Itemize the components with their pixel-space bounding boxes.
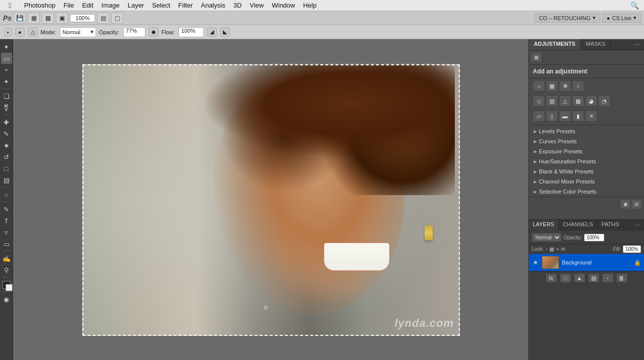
table-row[interactable]: ★ Background 🔒 [529,254,644,271]
mini-bridge-button[interactable]: ▩ [42,13,54,24]
new-layer-button[interactable]: ▫ [602,274,613,283]
threshold-icon[interactable]: ▮ [572,111,584,122]
cs-live-button[interactable]: ● CS Live ▾ [602,13,641,23]
layer-name[interactable]: Background [562,259,631,265]
quick-select-tool[interactable]: ✦ [1,76,12,87]
vibrance-icon[interactable]: ◇ [533,96,545,107]
save-button[interactable]: 💾 [14,13,26,24]
menu-3d[interactable]: 3D [229,1,246,10]
search-icon[interactable]: 🔍 [625,1,644,11]
gradient-tool[interactable]: ▤ [1,174,12,186]
adj-expand-icon[interactable]: ▤ [631,199,642,209]
menu-view[interactable]: View [246,1,268,10]
path-selection-tool[interactable]: ▿ [1,227,12,238]
canvas-area[interactable]: lynda.com [13,39,528,360]
layers-close-button[interactable]: — [630,220,644,231]
levels-icon[interactable]: ▩ [546,80,558,92]
new-group-button[interactable]: ▤ [588,274,599,283]
apple-logo[interactable]:  [0,1,20,10]
rectangular-marquee-tool[interactable]: ▭ [1,53,12,64]
clone-stamp-tool[interactable]: ★ [1,140,12,151]
lock-pixels-icon[interactable]: ▫ [546,246,548,252]
tab-paths[interactable]: PATHS [598,220,624,231]
tab-layers[interactable]: LAYERS [529,220,559,231]
foreground-color-swatch[interactable] [3,281,11,289]
zoom-tool[interactable]: ⚲ [1,264,12,276]
invert-icon[interactable]: ▯ [546,111,558,122]
pen-tool[interactable]: ✎ [1,204,12,215]
menu-image[interactable]: Image [98,1,124,10]
menu-edit[interactable]: Edit [78,1,97,10]
move-tool[interactable]: ✦ [1,41,12,52]
hue-sat-presets[interactable]: ▶ Hue/Saturation Presets [529,156,644,166]
menu-layer[interactable]: Layer [124,1,148,10]
delete-layer-button[interactable]: 🗑 [616,274,627,283]
brush-tool[interactable]: ✎ [1,128,12,139]
dodge-tool[interactable]: ○ [1,189,12,200]
menu-filter[interactable]: Filter [174,1,197,10]
spot-healing-tool[interactable]: ✚ [1,117,12,128]
adjustments-close-button[interactable]: — [630,39,644,50]
menu-photoshop[interactable]: Photoshop [20,1,59,10]
view-extras-button[interactable]: ▣ [56,13,68,24]
lock-all-icon[interactable]: + [556,246,559,252]
quick-mask-button[interactable]: ◉ [1,294,12,305]
brightness-contrast-icon[interactable]: ☼ [533,80,545,92]
levels-presets[interactable]: ▶ Levels Presets [529,126,644,136]
hand-tool[interactable]: ✍ [1,253,12,264]
fill-value[interactable]: 100% [623,245,641,253]
eraser-tool[interactable]: □ [1,163,12,174]
screen-mode-button[interactable]: ▢ [111,13,123,24]
crop-tool[interactable]: ❏ [1,91,12,102]
opacity-value[interactable]: 100% [584,234,604,241]
tab-adjustments[interactable]: ADJUSTMENTS [529,39,581,50]
channel-mixer-presets[interactable]: ▶ Channel Mixer Presets [529,176,644,187]
menu-window[interactable]: Window [268,1,299,10]
selective-color-presets[interactable]: ▶ Selective Color Presets [529,187,644,197]
channel-mixer-icon[interactable]: ◔ [598,96,610,107]
lasso-tool[interactable]: ⚬ [1,64,12,75]
exposure-icon[interactable]: ○ [572,80,584,92]
workspace-button[interactable]: CO – RETOUCHING ▾ [534,13,600,23]
menu-select[interactable]: Select [148,1,174,10]
layer-fx-button[interactable]: fx [546,274,557,283]
opacity-jitter-button[interactable]: ◆ [148,27,158,37]
airbrush-button[interactable]: ◢ [207,27,217,37]
tab-channels[interactable]: CHANNELS [559,220,598,231]
tab-masks[interactable]: MASKS [581,39,611,50]
lock-button[interactable]: ✉ [561,246,565,252]
history-brush-tool[interactable]: ↺ [1,151,12,162]
color-balance-icon[interactable]: △ [559,96,571,107]
menu-analysis[interactable]: Analysis [197,1,229,10]
hue-sat-icon[interactable]: ▧ [546,96,558,107]
color-lookup-icon[interactable]: ▱ [533,111,545,122]
tablet-pressure-button[interactable]: ◣ [220,27,230,37]
menu-file[interactable]: File [59,1,78,10]
lock-position-icon[interactable]: ▦ [549,246,554,252]
menu-help[interactable]: Help [299,1,320,10]
opacity-input[interactable]: 77% [123,27,145,37]
curves-icon[interactable]: ✻ [559,80,571,92]
brush-mode-button[interactable]: △ [28,27,38,37]
arrange-button[interactable]: ▤ [97,13,109,24]
shape-tool[interactable]: ▭ [1,238,12,249]
flow-input[interactable]: 100% [179,27,204,37]
blend-mode-select[interactable]: Normal [532,233,561,242]
posterize-icon[interactable]: ▬ [559,111,571,122]
layer-mask-button[interactable]: □ [560,274,571,283]
exposure-presets[interactable]: ▶ Exposure Presets [529,146,644,156]
gradient-map-icon[interactable]: ✕ [585,111,597,122]
brush-preset-picker[interactable]: ▪ [4,28,12,37]
curves-presets[interactable]: ▶ Curves Presets [529,136,644,146]
photo-filter-icon[interactable]: ◕ [585,96,597,107]
text-tool[interactable]: T [1,215,12,226]
bridge-button[interactable]: ▦ [28,13,40,24]
new-fill-layer-button[interactable]: ▲ [574,274,585,283]
brush-size-button[interactable]: ● [15,28,25,37]
zoom-level[interactable]: 100% [70,14,95,22]
histogram-icon[interactable]: ▩ [531,52,542,62]
eyedropper-tool[interactable]: ⚧ [1,102,12,113]
adj-option-icon[interactable]: ▣ [620,199,631,209]
bw-icon[interactable]: ▦ [572,96,584,107]
layer-visibility-icon[interactable]: ★ [532,259,539,266]
